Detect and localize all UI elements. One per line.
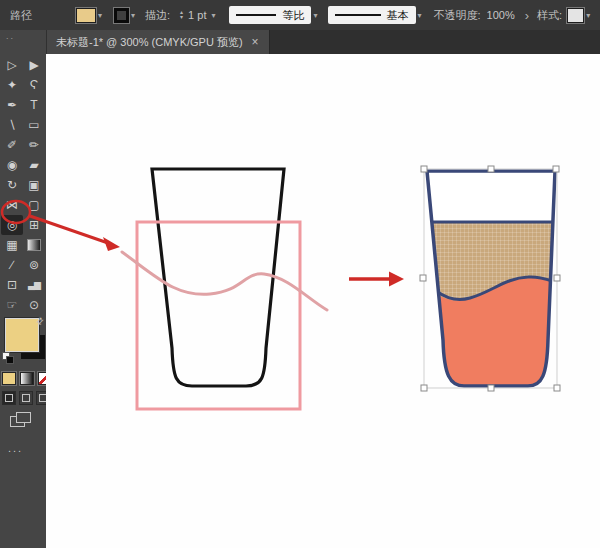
tool-annotation: [2, 201, 120, 251]
selection-handle[interactable]: [420, 275, 426, 281]
selection-handle[interactable]: [488, 166, 494, 172]
selection-handle[interactable]: [554, 275, 560, 281]
step-arrow: [349, 272, 404, 287]
outline-glass-shape[interactable]: [152, 169, 284, 386]
selection-handle[interactable]: [421, 166, 427, 172]
selection-handle[interactable]: [553, 166, 559, 172]
step-arrow-head: [389, 272, 404, 287]
annotation-arrow-head: [103, 237, 120, 251]
illustrator-window: 路径 ▾ ▾ 描边: ▴ ▾ 1 pt ▾ 等比 ▾ 基本 ▾ 不透明度: 10…: [0, 0, 600, 548]
annotation-arrow-line: [30, 216, 108, 243]
selection-handle[interactable]: [421, 385, 427, 391]
artwork-layer: [0, 0, 600, 548]
tool-highlight-ellipse: [2, 201, 30, 223]
selection-handle[interactable]: [554, 385, 560, 391]
selection-handle[interactable]: [488, 385, 494, 391]
result-glass[interactable]: [420, 171, 562, 395]
wave-path[interactable]: [122, 252, 327, 310]
